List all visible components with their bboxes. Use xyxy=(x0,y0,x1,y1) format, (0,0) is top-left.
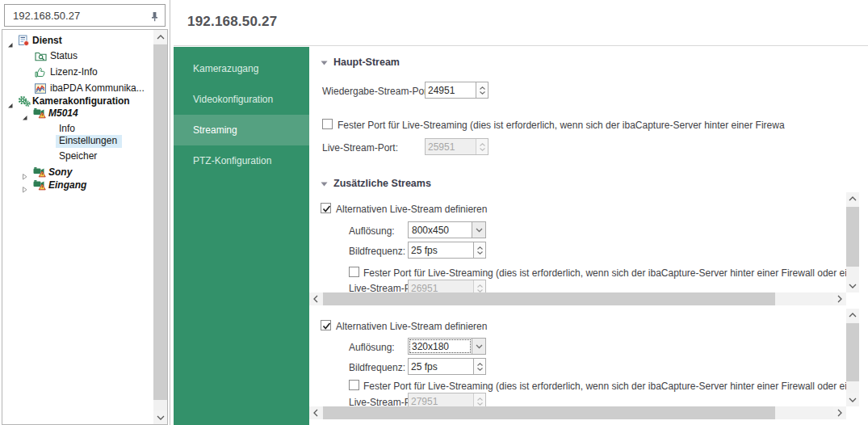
wiedergabe-stream-port-input[interactable] xyxy=(426,82,476,98)
framerate-input[interactable] xyxy=(409,242,473,258)
v-scrollbar[interactable] xyxy=(846,309,859,406)
section-zusaetzliche-streams[interactable]: Zusätzliche Streams xyxy=(321,178,431,189)
check-icon xyxy=(321,203,333,215)
tree-item-lizenz-info[interactable]: Lizenz-Info xyxy=(2,65,153,79)
tree-item-label: Info xyxy=(59,123,75,135)
camera-warning-icon xyxy=(33,107,46,122)
nav-item-ptz-konfiguration[interactable]: PTZ-Konfiguration xyxy=(174,145,309,176)
tree-item-eingang[interactable]: Eingang xyxy=(2,179,153,192)
dropdown-button[interactable] xyxy=(472,339,485,354)
alt-stream-checkbox-label[interactable]: Alternativen Live-Stream definieren xyxy=(336,321,487,332)
h-scrollbar-thumb[interactable] xyxy=(323,292,775,305)
chevron-right-icon xyxy=(837,409,842,417)
scroll-left-button[interactable] xyxy=(309,292,322,305)
server-address: 192.168.50.27 xyxy=(13,10,80,22)
live-stream-port-input[interactable] xyxy=(426,139,476,154)
spinner-buttons[interactable] xyxy=(476,139,488,154)
scroll-up-button[interactable] xyxy=(846,192,859,205)
h-scrollbar[interactable] xyxy=(309,292,846,305)
navigation-tree: Dienst Status Lizenz-Info ibaPDA Kommuni… xyxy=(2,29,168,425)
pin-icon[interactable] xyxy=(150,11,159,21)
h-scrollbar[interactable] xyxy=(309,406,846,419)
section-title: Zusätzliche Streams xyxy=(333,178,431,189)
framerate-label: Bildfrequenz: xyxy=(349,362,405,373)
fixed-port-checkbox-label[interactable]: Fester Port für Live-Streaming (dies ist… xyxy=(363,267,846,279)
spin-down-icon xyxy=(477,402,483,406)
nav-item-kamerazugang[interactable]: Kamerazugang xyxy=(174,53,309,84)
scroll-right-button[interactable] xyxy=(833,292,846,305)
alt-stream-checkbox[interactable] xyxy=(321,320,331,330)
tree-item-label: Speicher xyxy=(59,150,97,162)
resolution-value: 320x180 xyxy=(409,339,472,354)
nav-item-videokonfiguration[interactable]: Videokonfiguration xyxy=(174,84,309,115)
alt-stream-checkbox-label[interactable]: Alternativen Live-Stream definieren xyxy=(336,204,487,215)
chevron-left-icon xyxy=(313,409,318,417)
fixed-port-checkbox[interactable] xyxy=(349,380,359,390)
spin-up-icon xyxy=(477,398,483,401)
scroll-right-button[interactable] xyxy=(833,406,846,419)
collapse-icon[interactable] xyxy=(21,182,28,196)
resolution-dropdown[interactable]: 800x450 xyxy=(408,221,486,238)
scroll-down-button[interactable] xyxy=(846,280,859,292)
spinner-buttons[interactable] xyxy=(476,82,488,98)
tree-item-einstellungen[interactable]: Einstellungen xyxy=(2,134,153,148)
live-stream-port-field xyxy=(425,138,489,155)
fixed-port-checkbox-label[interactable]: Fester Port für Live-Streaming (dies ist… xyxy=(363,381,846,392)
section-haupt-stream[interactable]: Haupt-Stream xyxy=(321,57,400,68)
tree-item-status[interactable]: Status xyxy=(2,49,153,63)
spinner-buttons[interactable] xyxy=(473,242,485,258)
spin-down-icon xyxy=(477,368,483,371)
framerate-label: Bildfrequenz: xyxy=(349,246,405,257)
fixed-port-checkbox[interactable] xyxy=(349,267,359,277)
chevron-down-icon xyxy=(476,228,483,233)
spin-up-icon xyxy=(477,363,483,366)
scroll-down-button[interactable] xyxy=(846,393,859,406)
settings-nav: Kamerazugang Videokonfiguration Streamin… xyxy=(174,47,309,425)
tree-item-label: Eingang xyxy=(48,179,86,191)
spinner-buttons[interactable] xyxy=(473,359,485,374)
scroll-up-button[interactable] xyxy=(846,309,859,322)
chevron-left-icon xyxy=(313,295,318,303)
resolution-label: Auflösung: xyxy=(349,225,395,237)
ibacapture-manager-window: { "left_panel": { "header_title": "192.1… xyxy=(0,0,868,425)
tree-item-label: Einstellungen xyxy=(56,135,122,148)
v-scrollbar[interactable] xyxy=(846,192,859,292)
chevron-down-icon xyxy=(157,415,165,420)
spin-up-icon xyxy=(477,284,483,288)
alt-stream-checkbox[interactable] xyxy=(321,203,331,213)
v-scrollbar-thumb[interactable] xyxy=(846,323,859,381)
tree-item-speicher[interactable]: Speicher xyxy=(2,149,153,163)
tree-scrollbar-thumb[interactable] xyxy=(153,44,167,400)
h-scrollbar-thumb[interactable] xyxy=(323,406,775,419)
spin-down-icon xyxy=(477,251,483,255)
chevron-up-icon xyxy=(849,313,857,318)
scroll-up-button[interactable] xyxy=(153,30,167,44)
tree-item-label: Dienst xyxy=(32,35,62,47)
spin-up-icon xyxy=(480,86,485,90)
tree-item-label: Status xyxy=(50,50,78,62)
tree-item-m5014[interactable]: M5014 xyxy=(2,107,153,120)
v-scrollbar-thumb[interactable] xyxy=(846,207,859,267)
page-title: 192.168.50.27 xyxy=(187,14,277,30)
tree-item-label: ibaPDA Kommunika... xyxy=(50,82,145,95)
wiedergabe-stream-port-label: Wiedergabe-Stream-Port: xyxy=(322,86,433,97)
fixed-port-checkbox-label[interactable]: Fester Port für Live-Streaming (dies ist… xyxy=(338,120,846,131)
scroll-left-button[interactable] xyxy=(309,406,322,419)
resolution-dropdown[interactable]: 320x180 xyxy=(408,338,486,355)
dropdown-button[interactable] xyxy=(472,222,485,238)
tree-scrollbar[interactable] xyxy=(153,30,167,424)
chevron-down-icon xyxy=(849,398,857,402)
spin-down-icon xyxy=(480,91,485,95)
chevron-up-icon xyxy=(157,35,165,40)
framerate-input[interactable] xyxy=(409,359,473,374)
tree-item-dienst[interactable]: Dienst xyxy=(2,34,153,48)
scroll-down-button[interactable] xyxy=(153,410,167,424)
license-icon xyxy=(35,66,45,81)
fixed-port-checkbox[interactable] xyxy=(322,119,333,129)
tree-item-label: Sony xyxy=(48,166,72,179)
spin-up-icon xyxy=(480,143,485,146)
collapse-triangle-icon xyxy=(321,60,328,65)
tree-item-ibapda-kommunikation[interactable]: ibaPDA Kommunika... xyxy=(2,82,153,95)
tree-item-sony[interactable]: Sony xyxy=(2,166,153,179)
nav-item-streaming[interactable]: Streaming xyxy=(174,115,309,145)
